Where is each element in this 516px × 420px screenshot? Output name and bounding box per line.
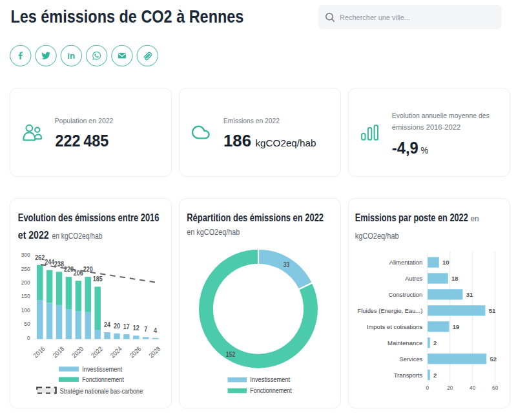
svg-text:0: 0: [27, 334, 30, 341]
svg-text:2: 2: [433, 372, 437, 379]
svg-text:Stratégie nationale bas-carbon: Stratégie nationale bas-carbone: [60, 388, 143, 395]
svg-text:Alimentation: Alimentation: [389, 259, 423, 266]
svg-text:-4,9: -4,9: [392, 139, 418, 157]
svg-text:238: 238: [54, 261, 64, 268]
svg-text:152: 152: [226, 351, 236, 358]
svg-text:222 485: 222 485: [56, 131, 109, 150]
svg-text:en kgCO2eq/hab: en kgCO2eq/hab: [187, 228, 240, 237]
svg-text:2024: 2024: [109, 345, 123, 359]
svg-text:31: 31: [466, 291, 473, 298]
svg-text:Emissions par poste en 2022: Emissions par poste en 2022: [355, 212, 468, 223]
svg-text:en kgCO2eq/hab: en kgCO2eq/hab: [52, 232, 102, 241]
svg-text:2026: 2026: [128, 345, 142, 359]
svg-text:300: 300: [21, 251, 30, 258]
svg-text:kgCO2eq/hab: kgCO2eq/hab: [256, 137, 316, 148]
svg-text:Construction: Construction: [389, 291, 423, 298]
svg-text:Emissions en 2022: Emissions en 2022: [223, 117, 280, 125]
svg-text:0: 0: [426, 384, 429, 391]
svg-text:100: 100: [21, 306, 30, 314]
svg-text:in: in: [67, 51, 75, 61]
svg-text:Transports: Transports: [394, 372, 423, 379]
svg-text:Investissement: Investissement: [82, 366, 122, 373]
svg-text:17: 17: [123, 323, 130, 330]
svg-text:10: 10: [442, 259, 449, 266]
svg-text:244: 244: [45, 259, 54, 266]
svg-text:4: 4: [154, 327, 157, 334]
svg-text:Rechercher une ville...: Rechercher une ville...: [340, 14, 410, 21]
svg-text:Evolution des émissions entre: Evolution des émissions entre 2016: [18, 212, 160, 223]
svg-text:et 2022: et 2022: [18, 230, 49, 241]
svg-text:Impots et cotisations: Impots et cotisations: [367, 323, 423, 330]
svg-text:Fluides (Energie, Eau...): Fluides (Energie, Eau...): [358, 307, 423, 314]
svg-text:206: 206: [74, 270, 83, 277]
svg-text:2022: 2022: [90, 345, 104, 359]
svg-text:7: 7: [144, 326, 147, 333]
svg-text:Répartition des émissions en 2: Répartition des émissions en 2022: [187, 212, 324, 223]
svg-text:50: 50: [24, 320, 30, 327]
svg-text:262: 262: [35, 254, 45, 261]
svg-text:12: 12: [133, 325, 139, 332]
svg-text:2028: 2028: [147, 345, 161, 359]
svg-text:kgCO2eq/hab: kgCO2eq/hab: [355, 232, 399, 241]
svg-text:Maintenance: Maintenance: [387, 339, 422, 346]
svg-text:19: 19: [453, 323, 460, 330]
svg-text:185: 185: [93, 275, 103, 283]
svg-text:Services: Services: [400, 355, 423, 363]
svg-text:Les émissions de CO2 à Rennes: Les émissions de CO2 à Rennes: [10, 6, 243, 26]
svg-text:émissions 2016-2022: émissions 2016-2022: [392, 123, 460, 131]
svg-text:33: 33: [284, 261, 290, 268]
svg-text:18: 18: [451, 275, 459, 282]
svg-text:Fonctionnement: Fonctionnement: [82, 376, 124, 383]
svg-text:20: 20: [114, 323, 120, 330]
svg-text:186: 186: [223, 131, 251, 150]
svg-text:2018: 2018: [51, 345, 65, 359]
svg-text:220: 220: [83, 266, 93, 273]
svg-text:2016: 2016: [32, 345, 46, 359]
svg-text:%: %: [421, 145, 429, 155]
svg-text:en: en: [471, 214, 479, 223]
svg-text:Population en 2022: Population en 2022: [55, 117, 114, 125]
svg-text:200: 200: [21, 279, 30, 286]
svg-text:Fonctionnement: Fonctionnement: [250, 387, 292, 394]
svg-text:52: 52: [490, 355, 497, 363]
svg-text:Evolution annuelle moyenne des: Evolution annuelle moyenne des: [392, 112, 490, 119]
svg-text:150: 150: [21, 292, 30, 299]
svg-text:60: 60: [492, 384, 498, 391]
svg-text:Autres: Autres: [405, 275, 422, 282]
svg-text:20: 20: [447, 384, 453, 391]
svg-text:40: 40: [470, 384, 475, 391]
svg-text:250: 250: [21, 265, 30, 272]
svg-text:Investissement: Investissement: [250, 376, 290, 383]
svg-text:2020: 2020: [70, 345, 85, 359]
svg-text:2: 2: [433, 339, 437, 346]
svg-text:51: 51: [489, 307, 496, 314]
svg-text:24: 24: [104, 321, 110, 328]
svg-text:220: 220: [64, 266, 74, 273]
